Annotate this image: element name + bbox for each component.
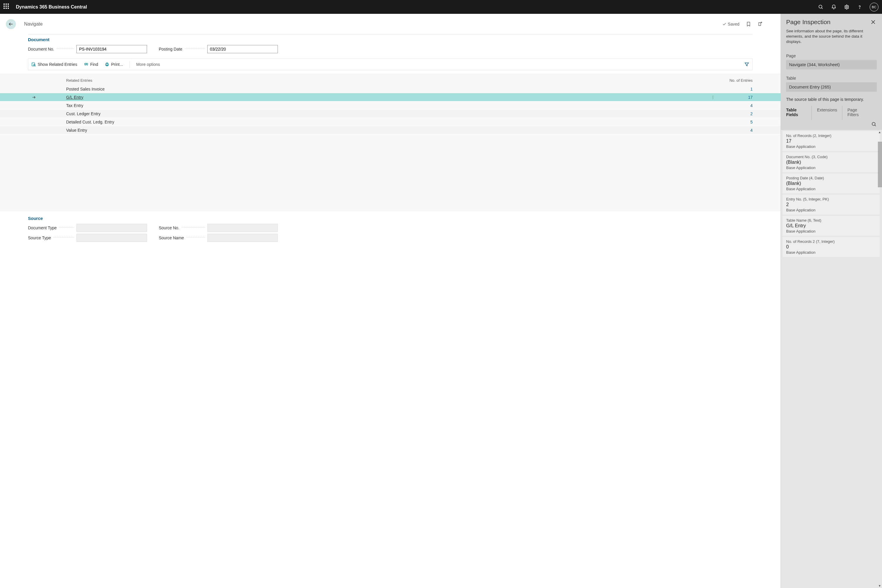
field-card[interactable]: Document No. (3, Code)(Blank)Base Applic… xyxy=(783,152,880,172)
row-menu-icon[interactable]: ⋮ xyxy=(708,95,717,100)
field-card[interactable]: Table Name (6, Text)G/L EntryBase Applic… xyxy=(783,216,880,236)
print-label: Print... xyxy=(111,62,123,67)
source-no-input xyxy=(207,224,278,232)
doc-no-input[interactable] xyxy=(76,45,147,53)
inspector-fields-list[interactable]: ▲ ▼ No. of Records (2, Integer)17Base Ap… xyxy=(781,130,882,588)
filter-icon[interactable] xyxy=(744,62,749,67)
svg-point-9 xyxy=(86,63,88,64)
field-value: G/L Entry xyxy=(786,223,876,228)
source-name-label: Source Name xyxy=(159,236,184,240)
page-title: Navigate xyxy=(24,21,43,27)
table-row[interactable]: Cust. Ledger Entry⋮2 xyxy=(0,110,781,118)
tab-table-fields[interactable]: Table Fields xyxy=(786,106,812,120)
source-type-label: Source Type xyxy=(28,236,51,240)
field-source: Base Application xyxy=(786,165,876,170)
table-row[interactable]: G/L Entry⋮17 xyxy=(0,93,781,101)
svg-point-0 xyxy=(819,5,822,8)
find-button[interactable]: Find xyxy=(84,62,98,67)
scrollbar-thumb[interactable] xyxy=(878,142,882,187)
inspector-table-value[interactable]: Document Entry (265) xyxy=(786,82,877,92)
table-row[interactable]: Value Entry⋮4 xyxy=(0,126,781,134)
source-section-title: Source xyxy=(28,216,753,221)
table-row[interactable]: Tax Entry⋮4 xyxy=(0,101,781,110)
posting-date-label: Posting Date xyxy=(159,47,182,51)
gear-icon[interactable] xyxy=(844,4,850,10)
inspector-desc: See information about the page, its diff… xyxy=(786,28,877,45)
row-count[interactable]: 1 xyxy=(717,87,753,92)
row-count[interactable]: 2 xyxy=(717,111,753,116)
topbar: Dynamics 365 Business Central BC xyxy=(0,0,882,14)
field-card[interactable]: Posting Date (4, Date)(Blank)Base Applic… xyxy=(783,174,880,194)
source-name-input xyxy=(207,234,278,242)
print-button[interactable]: Print... xyxy=(105,62,123,67)
inspector-title: Page Inspection xyxy=(786,18,831,26)
inspector-page-label: Page xyxy=(786,54,877,58)
source-no-label: Source No. xyxy=(159,225,179,230)
bell-icon[interactable] xyxy=(831,4,837,10)
field-value: (Blank) xyxy=(786,160,876,165)
grid-col-count: No. of Entries xyxy=(717,78,753,82)
table-row[interactable]: Detailed Cust. Ledg. Entry⋮5 xyxy=(0,118,781,126)
tab-page-filters[interactable]: Page Filters xyxy=(848,106,872,120)
field-value: (Blank) xyxy=(786,181,876,186)
doc-type-label: Document Type xyxy=(28,225,57,230)
grid-col-related: Related Entries xyxy=(66,78,717,82)
saved-indicator: Saved xyxy=(722,22,740,27)
find-label: Find xyxy=(90,62,98,67)
svg-point-8 xyxy=(84,63,86,64)
svg-line-19 xyxy=(874,125,876,126)
svg-point-18 xyxy=(872,122,875,126)
field-card[interactable]: No. of Records 2 (7, Integer)0Base Appli… xyxy=(783,237,880,257)
tab-extensions[interactable]: Extensions xyxy=(817,106,842,120)
field-meta: Document No. (3, Code) xyxy=(786,154,876,159)
svg-line-1 xyxy=(821,8,823,9)
scroll-down-icon[interactable]: ▼ xyxy=(878,584,881,587)
field-meta: Entry No. (5, Integer, PK) xyxy=(786,197,876,201)
doc-no-label: Document No. xyxy=(28,47,54,51)
app-launcher-icon[interactable] xyxy=(3,3,10,10)
bookmark-icon[interactable] xyxy=(746,21,751,27)
back-button[interactable] xyxy=(6,19,16,29)
row-name[interactable]: Posted Sales Invoice xyxy=(66,87,105,92)
related-entries-grid: Related Entries No. of Entries Posted Sa… xyxy=(0,74,781,211)
inspector-page-value[interactable]: Navigate (344, Worksheet) xyxy=(786,60,877,69)
table-row[interactable]: Posted Sales Invoice⋮1 xyxy=(0,85,781,93)
field-source: Base Application xyxy=(786,187,876,191)
row-count[interactable]: 4 xyxy=(717,103,753,108)
row-name[interactable]: Detailed Cust. Ledg. Entry xyxy=(66,120,114,124)
field-source: Base Application xyxy=(786,208,876,212)
show-related-button[interactable]: Show Related Entries xyxy=(31,62,77,67)
row-name[interactable]: Value Entry xyxy=(66,128,87,133)
scroll-up-icon[interactable]: ▲ xyxy=(878,130,881,134)
posting-date-input[interactable] xyxy=(207,45,278,53)
close-icon[interactable] xyxy=(870,18,877,26)
row-name[interactable]: Tax Entry xyxy=(66,103,83,108)
field-source: Base Application xyxy=(786,250,876,255)
search-icon[interactable] xyxy=(818,4,824,10)
document-section-title: Document xyxy=(28,37,753,42)
field-meta: No. of Records (2, Integer) xyxy=(786,134,876,138)
row-name[interactable]: G/L Entry xyxy=(66,95,84,100)
popout-icon[interactable] xyxy=(758,21,763,27)
row-count[interactable]: 17 xyxy=(717,95,753,100)
saved-label: Saved xyxy=(728,22,740,27)
field-meta: Table Name (6, Text) xyxy=(786,218,876,222)
action-toolbar: Show Related Entries Find Print... More … xyxy=(28,58,753,70)
row-name[interactable]: Cust. Ledger Entry xyxy=(66,111,100,116)
inspector-note: The source table of this page is tempora… xyxy=(781,92,882,102)
field-meta: Posting Date (4, Date) xyxy=(786,176,876,180)
field-meta: No. of Records 2 (7, Integer) xyxy=(786,239,876,244)
svg-line-7 xyxy=(35,66,36,66)
source-type-input xyxy=(76,234,147,242)
row-count[interactable]: 4 xyxy=(717,128,753,133)
field-card[interactable]: No. of Records (2, Integer)17Base Applic… xyxy=(783,131,880,151)
avatar[interactable]: BC xyxy=(870,3,879,12)
page-inspection-panel: Page Inspection See information about th… xyxy=(781,14,882,588)
inspector-search-icon[interactable] xyxy=(872,122,877,127)
field-value: 0 xyxy=(786,244,876,250)
more-options-button[interactable]: More options xyxy=(136,62,160,67)
row-count[interactable]: 5 xyxy=(717,120,753,124)
brand-title: Dynamics 365 Business Central xyxy=(16,4,87,10)
field-card[interactable]: Entry No. (5, Integer, PK)2Base Applicat… xyxy=(783,195,880,214)
help-icon[interactable] xyxy=(857,4,862,10)
